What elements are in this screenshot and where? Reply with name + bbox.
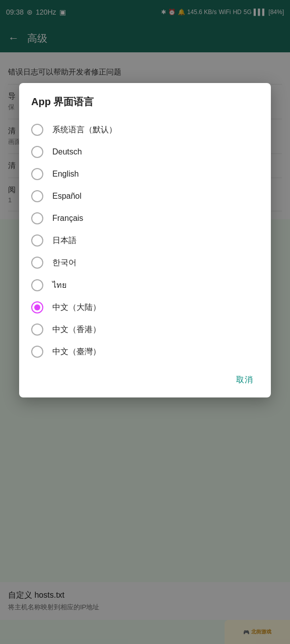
radio-item-korean[interactable]: 한국어	[31, 252, 259, 274]
dialog-title: App 界面语言	[31, 95, 259, 109]
radio-label-zh-hk: 中文（香港）	[52, 325, 101, 335]
radio-label-japanese: 日本語	[52, 235, 77, 246]
radio-circle-korean	[31, 257, 43, 269]
radio-circle-english	[31, 168, 43, 180]
radio-circle-deutsch	[31, 146, 43, 158]
radio-circle-espanol	[31, 190, 43, 202]
radio-circle-thai	[31, 279, 43, 291]
language-dialog: App 界面语言 系统语言（默认） Deutsch English Españo…	[19, 83, 271, 397]
radio-circle-japanese	[31, 234, 43, 247]
radio-item-zh-tw[interactable]: 中文（臺灣）	[31, 341, 259, 363]
radio-label-espanol: Español	[52, 192, 82, 201]
dialog-actions: 取消	[31, 367, 259, 393]
radio-circle-zh-cn	[31, 301, 43, 313]
radio-label-zh-tw: 中文（臺灣）	[52, 347, 101, 357]
radio-label-zh-cn: 中文（大陆）	[52, 302, 101, 313]
radio-circle-zh-hk	[31, 324, 43, 336]
radio-label-english: English	[52, 170, 79, 179]
radio-label-system: 系统语言（默认）	[52, 125, 117, 135]
radio-item-thai[interactable]: ไทย	[31, 274, 259, 296]
radio-circle-zh-tw	[31, 346, 43, 358]
radio-item-zh-hk[interactable]: 中文（香港）	[31, 318, 259, 341]
radio-circle-system	[31, 124, 43, 136]
radio-item-english[interactable]: English	[31, 163, 259, 185]
radio-circle-francais	[31, 212, 43, 224]
radio-item-francais[interactable]: Français	[31, 207, 259, 229]
radio-item-deutsch[interactable]: Deutsch	[31, 141, 259, 163]
radio-item-zh-cn[interactable]: 中文（大陆）	[31, 296, 259, 318]
radio-item-system[interactable]: 系统语言（默认）	[31, 119, 259, 141]
radio-label-thai: ไทย	[52, 279, 66, 291]
radio-label-korean: 한국어	[52, 258, 77, 268]
radio-item-espanol[interactable]: Español	[31, 185, 259, 207]
radio-inner-zh-cn	[34, 304, 40, 310]
radio-label-deutsch: Deutsch	[52, 147, 82, 156]
radio-item-japanese[interactable]: 日本語	[31, 229, 259, 252]
cancel-button[interactable]: 取消	[230, 371, 259, 389]
radio-label-francais: Français	[52, 214, 83, 223]
